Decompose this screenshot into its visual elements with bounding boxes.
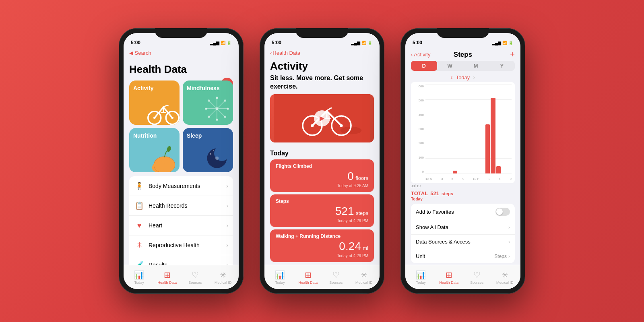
play-button[interactable]: ▶ [314,110,330,126]
svg-point-20 [208,99,210,101]
tab-today-3[interactable]: 📊 Today [407,270,435,285]
heart-chevron: › [226,222,228,229]
p3-plus[interactable]: + [472,50,515,59]
chart-x-labels: 12 A ·3 6 ·9 12 P ·3 6 ·9 [425,177,512,181]
date-next[interactable]: › [473,74,475,81]
tab-sources-icon-1: ♡ [192,270,199,280]
menu-body-label: Body Measurements [149,183,222,189]
total-label: TOTAL [411,190,428,196]
p3-date-sub: Jul 19 [405,183,520,189]
tab-sources-icon-3: ♡ [473,270,481,280]
setting-favorites[interactable]: Add to Favorites [411,204,515,220]
notch-1 [155,28,207,38]
menu-item-body[interactable]: 🧍 Body Measurements › [129,176,233,196]
seg-day[interactable]: D [411,61,437,71]
menu-reproductive-label: Reproductive Health [149,242,222,248]
tile-sleep[interactable]: Sleep [183,128,233,172]
p3-back[interactable]: ‹ Activity [411,52,454,58]
tab-medical-1[interactable]: ✳ Medical ID [209,270,237,285]
tab-sources-label-1: Sources [188,281,202,285]
nav-back-2[interactable]: ‹ Health Data [270,50,300,56]
tab-medical-2[interactable]: ✳ Medical ID [350,270,378,285]
stat-flights: Flights Climbed 0 floors Today at 9:26 A… [270,159,374,192]
signal-icon-3: ▂▄▆ [492,41,501,45]
total-unit: steps [442,191,453,196]
records-chevron: › [226,202,228,209]
total-value: 521 [430,190,439,196]
xl-6p: 6 [499,177,500,181]
battery-icon-1: 🔋 [227,41,231,45]
tab-today-icon-3: 📊 [416,270,426,280]
tab-sources-label-2: Sources [329,281,343,285]
bike-icon [145,95,180,125]
tab-health-data-3[interactable]: ⊞ Health Data [435,270,463,285]
tab-health-label-3: Health Data [439,281,458,285]
setting-unit[interactable]: Unit Steps › [411,249,515,263]
tile-sleep-label: Sleep [187,132,202,139]
tab-sources-label-3: Sources [470,281,483,285]
xl-3: ·3 [440,177,443,181]
status-icons-2: ▂▄▆ 📶 🔋 [351,41,372,45]
dandelion-icon [203,95,231,123]
steps-label: Steps [276,198,368,204]
setting-data-sources[interactable]: Data Sources & Access › [411,235,515,249]
unit-label: Unit [416,253,494,259]
tile-activity[interactable]: Activity [129,80,180,125]
tile-mindfulness[interactable]: Mindfulness [183,80,233,125]
seg-week[interactable]: W [437,61,463,71]
svg-line-21 [218,110,225,117]
tab-today-2[interactable]: 📊 Today [266,270,294,285]
svg-point-10 [216,107,219,110]
setting-show-all[interactable]: Show All Data › [411,220,515,235]
body-chevron: › [226,183,228,189]
seg-month[interactable]: M [463,61,489,71]
tab-medical-icon-3: ✳ [502,270,508,280]
heart-icon: ♥ [134,220,144,231]
menu-item-heart[interactable]: ♥ Heart › [129,216,233,235]
menu-item-results[interactable]: 🧪 Results › [129,255,233,265]
screen-2: Activity Sit less. Move more. Get some e… [264,58,380,289]
menu-item-reproductive[interactable]: ✳ Reproductive Health › [129,235,233,255]
activity-video[interactable]: ▶ [270,94,374,142]
xl-12a: 12 A [425,177,432,181]
bar-13 [496,166,501,173]
p1-content: 👤 Health Data Activity [124,58,239,265]
screen-1: 👤 Health Data Activity [124,58,239,289]
tab-health-data-2[interactable]: ⊞ Health Data [294,270,322,285]
back-chevron-2: ‹ [270,50,272,56]
bar-11 [485,124,490,173]
svg-point-14 [216,119,218,121]
notch-3 [437,28,489,38]
menu-results-label: Results [149,262,222,265]
seg-year[interactable]: Y [489,61,515,71]
svg-point-24 [224,99,226,101]
tab-health-data-1[interactable]: ⊞ Health Data [153,270,182,285]
y400: 400 [419,113,425,117]
notch-2 [296,28,348,38]
tab-today-1[interactable]: 📊 Today [125,270,153,285]
fruit-icon [147,144,180,172]
tab-sources-2[interactable]: ♡ Sources [322,270,350,285]
nav-back-1[interactable]: ◀ Search [129,50,151,56]
p2-header: Activity Sit less. Move more. Get some e… [264,58,380,150]
tile-nutrition[interactable]: Nutrition [129,128,180,172]
svg-point-26 [208,116,210,118]
tab-sources-3[interactable]: ♡ Sources [463,270,491,285]
tab-medical-3[interactable]: ✳ Medical ID [491,270,519,285]
chart-y-labels: 600 500 400 300 200 100 0 [414,85,425,173]
tab-today-label-2: Today [275,281,285,285]
unit-value: Steps [494,254,507,259]
date-prev[interactable]: ‹ [450,74,452,81]
tab-health-label-2: Health Data [298,281,318,285]
phone-1: 5:00 ▂▄▆ 📶 🔋 ◀ Search 👤 Health Data Acti… [119,28,244,294]
status-icons-3: ▂▄▆ 📶 🔋 [492,41,513,45]
tab-health-label-1: Health Data [157,281,177,285]
p3-nav-title: Steps [454,51,472,59]
chart-bars [425,85,512,173]
p2-content: Activity Sit less. Move more. Get some e… [264,58,380,265]
favorites-toggle[interactable] [495,208,510,216]
menu-item-records[interactable]: 📋 Health Records › [129,196,233,216]
tab-sources-1[interactable]: ♡ Sources [181,270,209,285]
svg-point-22 [224,116,226,118]
wifi-icon-3: 📶 [502,41,507,45]
